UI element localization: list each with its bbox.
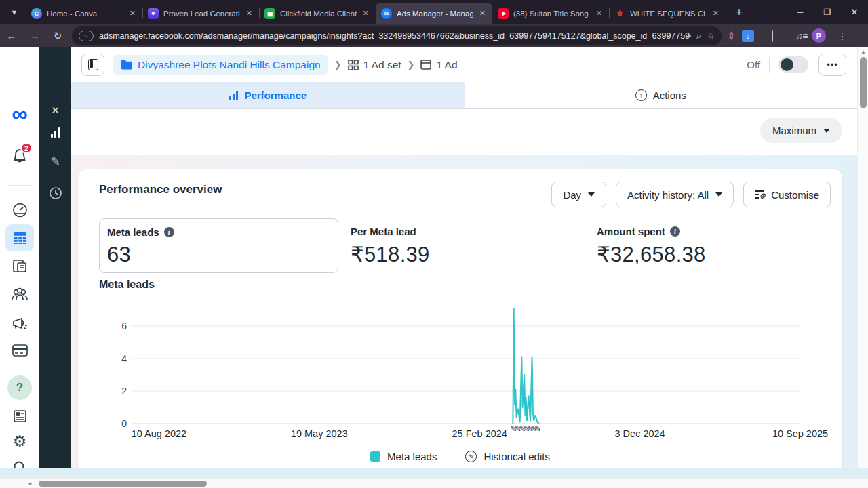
vertical-scrollbar[interactable]: ▲ <box>857 47 868 468</box>
edit-circle-icon: ✎ <box>465 451 477 462</box>
meta-favicon: ∞ <box>381 8 392 19</box>
chevron-down-icon <box>823 129 830 133</box>
toolbar-divider <box>787 30 787 42</box>
close-window-button[interactable]: ✕ <box>841 0 868 24</box>
close-tab-icon[interactable]: ✕ <box>245 9 254 18</box>
horizontal-scrollbar[interactable]: ◄ <box>0 478 868 488</box>
meta-leads-chart[interactable]: 024610 Aug 202219 May 202325 Feb 20243 D… <box>95 304 844 446</box>
scroll-left-icon[interactable]: ◄ <box>27 481 33 487</box>
historical-edit-marker: ✎ <box>534 424 541 434</box>
campaigns-table-icon[interactable] <box>0 230 39 247</box>
horizontal-scroll-thumb[interactable] <box>39 481 207 487</box>
forward-icon[interactable]: → <box>23 30 46 41</box>
close-tab-icon[interactable]: ✕ <box>361 9 370 18</box>
browser-toolbar: ← → ↻ ∙‑ adsmanager.facebook.com/adsmana… <box>0 24 868 47</box>
tab-performance[interactable]: Performance <box>71 82 465 108</box>
customise-button[interactable]: Customise <box>743 182 831 207</box>
maximum-dropdown[interactable]: Maximum <box>760 118 842 143</box>
close-tab-icon[interactable]: ✕ <box>128 9 137 18</box>
info-icon[interactable]: i <box>164 227 174 237</box>
campaign-status-toggle[interactable] <box>778 56 808 73</box>
scroll-up-icon[interactable]: ▲ <box>858 49 868 55</box>
close-tab-icon[interactable]: ✕ <box>478 9 487 18</box>
vertical-scroll-thumb[interactable] <box>860 57 867 108</box>
metric-card-meta-leads[interactable]: Meta leads i 63 <box>99 218 338 273</box>
notifications-bell-icon[interactable]: 2 <box>0 147 39 166</box>
metric-label: Meta leads <box>107 226 159 238</box>
close-panel-icon[interactable]: ✕ <box>39 104 71 117</box>
extensions-icon[interactable] <box>772 30 773 42</box>
status-off-label: Off <box>747 59 760 70</box>
x-axis-label: 10 Sep 2025 <box>772 428 828 439</box>
tab-search-chevron-icon[interactable]: ▼ <box>5 3 23 21</box>
metric-value: ₹32,658.38 <box>597 242 706 267</box>
download-extension-icon[interactable]: ↓ <box>742 30 754 42</box>
settings-gear-icon[interactable]: ⚙ <box>0 433 39 450</box>
close-tab-icon[interactable]: ✕ <box>595 9 604 18</box>
info-icon[interactable]: i <box>670 226 680 237</box>
more-options-button[interactable]: ••• <box>818 54 846 76</box>
browser-menu-icon[interactable]: ⋮ <box>832 30 852 41</box>
panel-layout-icon <box>88 59 98 70</box>
browser-tab-ads-manager[interactable]: ∞ Ads Manager - Manage ad ✕ <box>376 3 492 24</box>
chevron-down-icon <box>715 192 722 197</box>
zoom-page-icon[interactable]: ⌕ <box>696 30 701 41</box>
teal-swatch-icon <box>370 451 380 462</box>
url-text[interactable]: adsmanager.facebook.com/adsmanager/manag… <box>99 31 691 41</box>
maximize-button[interactable]: ❐ <box>814 0 841 24</box>
browser-tab-proven-lead[interactable]: ♥ Proven Lead Generation St ✕ <box>142 3 259 24</box>
reload-icon[interactable]: ↻ <box>46 30 69 42</box>
media-controls-icon[interactable]: ♫≡ <box>791 30 812 41</box>
back-icon[interactable]: ← <box>0 30 23 41</box>
sheets-favicon: ▦ <box>264 8 275 19</box>
tab-actions-label: Actions <box>653 89 686 101</box>
insights-dark-sidebar: ✕ ✎ › <box>39 47 71 468</box>
breadcrumb-adset[interactable]: 1 Ad set <box>348 59 401 71</box>
edit-pencil-icon[interactable]: ✎ <box>39 155 71 169</box>
day-dropdown[interactable]: Day <box>551 182 606 207</box>
activity-history-dropdown[interactable]: Activity history: All <box>616 182 734 207</box>
ads-megaphone-icon[interactable] <box>0 314 39 332</box>
adset-grid-icon <box>348 60 359 70</box>
legend-historical-edits: ✎ Historical edits <box>465 451 550 462</box>
metric-label: Per Meta lead <box>351 226 416 237</box>
profile-avatar[interactable]: P <box>812 28 826 43</box>
tab-title: WHITE SEQUENS CUTDAN <box>630 9 707 18</box>
shield-favicon: ♥ <box>148 8 159 19</box>
site-info-icon[interactable]: ∙‑ <box>79 30 94 41</box>
window-controls: ─ ❐ ✕ <box>787 0 868 24</box>
metric-amount-spent[interactable]: Amount spent i ₹32,658.38 <box>597 226 706 267</box>
pages-icon[interactable] <box>0 258 39 275</box>
breadcrumb-ad[interactable]: 1 Ad <box>420 59 457 71</box>
customise-sliders-icon <box>755 190 764 199</box>
new-tab-button[interactable]: + <box>730 3 749 22</box>
metric-per-meta-lead[interactable]: Per Meta lead ₹518.39 <box>351 226 430 267</box>
legend-meta-leads: Meta leads <box>370 451 437 462</box>
address-bar[interactable]: ∙‑ adsmanager.facebook.com/adsmanager/ma… <box>72 26 722 45</box>
billing-card-icon[interactable] <box>0 343 39 358</box>
pen-extension-icon[interactable]: ✐ <box>720 24 744 47</box>
sidebar-divider <box>7 373 33 373</box>
meta-logo[interactable]: ∞ <box>0 104 39 123</box>
browser-tab-canva[interactable]: C Home - Canva ✕ <box>26 3 142 24</box>
help-icon[interactable]: ? <box>0 375 39 400</box>
breadcrumb-campaign[interactable]: Divyashree Plots Nandi Hills Campaign <box>113 55 328 75</box>
browser-tab-white-sequens[interactable]: ⚜ WHITE SEQUENS CUTDAN ✕ <box>609 3 726 24</box>
browser-tab-youtube[interactable]: (38) Sultan Title Song | Sal ✕ <box>492 3 609 24</box>
insight-view-tabs: Performance ↑ Actions <box>71 82 857 109</box>
toggle-side-panel-button[interactable] <box>81 54 104 76</box>
bookmark-star-icon[interactable]: ☆ <box>707 30 715 41</box>
adset-label: 1 Ad set <box>363 59 401 71</box>
metric-value: 63 <box>107 243 338 267</box>
charts-bar-icon[interactable] <box>39 127 71 138</box>
close-tab-icon[interactable]: ✕ <box>711 9 720 18</box>
customise-label: Customise <box>771 189 819 201</box>
audiences-people-icon[interactable] <box>0 285 39 303</box>
metric-label: Amount spent <box>597 226 665 237</box>
tab-actions[interactable]: ↑ Actions <box>465 82 858 108</box>
activity-label: Activity history: All <box>627 189 709 201</box>
x-axis-label: 25 Feb 2024 <box>452 428 507 439</box>
browser-tab-sheets[interactable]: ▦ Clickfield Media Clients - G ✕ <box>259 3 376 24</box>
minimize-button[interactable]: ─ <box>787 0 814 24</box>
reporting-news-icon[interactable] <box>0 407 39 425</box>
